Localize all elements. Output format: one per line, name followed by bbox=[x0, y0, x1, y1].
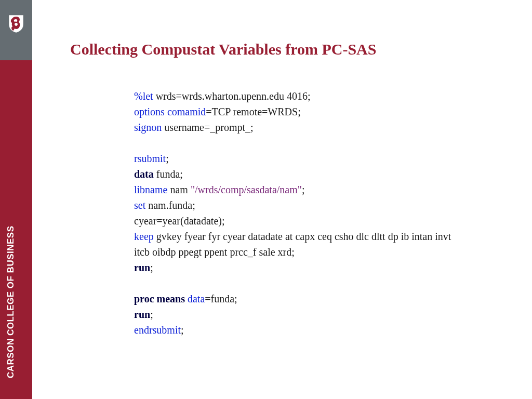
sidebar-bottom: CARSON COLLEGE OF BUSINESS bbox=[0, 60, 32, 399]
code-line: options comamid=TCP remote=WRDS; bbox=[134, 104, 467, 119]
college-label: CARSON COLLEGE OF BUSINESS bbox=[6, 225, 16, 378]
code-line bbox=[134, 135, 467, 151]
code-line: cyear=year(datadate); bbox=[134, 213, 467, 229]
code-line: data funda; bbox=[134, 166, 467, 182]
code-line: run; bbox=[134, 260, 467, 275]
code-line: proc means data=funda; bbox=[134, 291, 467, 307]
code-line: set nam.funda; bbox=[134, 197, 467, 213]
code-line: rsubmit; bbox=[134, 151, 467, 166]
code-line: %let wrds=wrds.wharton.upenn.edu 4016; bbox=[134, 88, 467, 104]
sas-code-block: %let wrds=wrds.wharton.upenn.edu 4016; o… bbox=[134, 88, 467, 338]
page-title: Collecting Compustat Variables from PC-S… bbox=[70, 41, 376, 58]
code-line: run; bbox=[134, 307, 467, 322]
wsu-shield-icon bbox=[8, 15, 24, 33]
code-line bbox=[134, 275, 467, 291]
code-line: endrsubmit; bbox=[134, 322, 467, 338]
code-line: signon username=_prompt_; bbox=[134, 119, 467, 135]
sidebar-top bbox=[0, 0, 32, 60]
code-line: libname nam "/wrds/comp/sasdata/nam"; bbox=[134, 182, 467, 197]
code-line: keep gvkey fyear fyr cyear datadate at c… bbox=[134, 229, 467, 260]
